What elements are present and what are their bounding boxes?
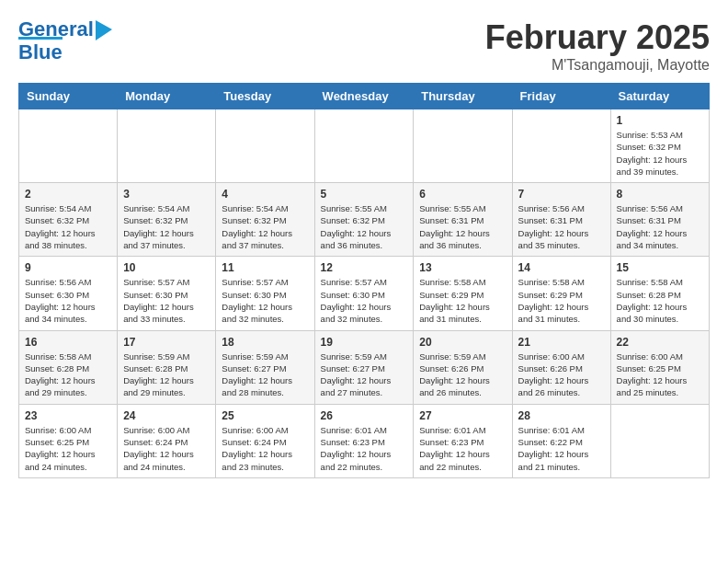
day-info: Sunrise: 6:01 AM Sunset: 6:23 PM Dayligh… (419, 424, 506, 473)
day-info: Sunrise: 5:57 AM Sunset: 6:30 PM Dayligh… (321, 276, 408, 325)
calendar-cell (512, 109, 610, 183)
calendar-cell: 7Sunrise: 5:56 AM Sunset: 6:31 PM Daylig… (512, 183, 610, 257)
day-number: 22 (617, 336, 703, 349)
day-number: 9 (25, 261, 111, 274)
calendar-cell: 8Sunrise: 5:56 AM Sunset: 6:31 PM Daylig… (610, 183, 709, 257)
logo: General Blue (18, 18, 112, 63)
calendar-header-friday: Friday (512, 84, 610, 109)
day-number: 17 (123, 336, 210, 349)
calendar-header-wednesday: Wednesday (314, 84, 414, 109)
calendar-cell: 16Sunrise: 5:58 AM Sunset: 6:28 PM Dayli… (19, 330, 118, 404)
logo-blue-text: Blue (18, 37, 63, 63)
calendar-cell: 23Sunrise: 6:00 AM Sunset: 6:25 PM Dayli… (19, 404, 118, 477)
calendar-cell: 27Sunrise: 6:01 AM Sunset: 6:23 PM Dayli… (414, 404, 512, 477)
day-info: Sunrise: 5:55 AM Sunset: 6:32 PM Dayligh… (321, 202, 408, 251)
calendar-cell: 26Sunrise: 6:01 AM Sunset: 6:23 PM Dayli… (314, 404, 414, 477)
calendar-header-monday: Monday (118, 84, 216, 109)
day-info: Sunrise: 5:58 AM Sunset: 6:29 PM Dayligh… (518, 276, 605, 325)
calendar-cell (414, 109, 512, 183)
title-area: February 2025 M'Tsangamouji, Mayotte (485, 18, 710, 74)
day-number: 15 (617, 261, 703, 274)
day-info: Sunrise: 5:54 AM Sunset: 6:32 PM Dayligh… (222, 202, 308, 251)
day-number: 5 (321, 188, 408, 201)
day-number: 26 (321, 409, 408, 422)
calendar-cell: 20Sunrise: 5:59 AM Sunset: 6:26 PM Dayli… (414, 330, 512, 404)
day-info: Sunrise: 5:58 AM Sunset: 6:29 PM Dayligh… (419, 276, 506, 325)
calendar-cell: 25Sunrise: 6:00 AM Sunset: 6:24 PM Dayli… (216, 404, 314, 477)
calendar-cell: 15Sunrise: 5:58 AM Sunset: 6:28 PM Dayli… (610, 257, 709, 330)
calendar-cell (610, 404, 709, 477)
day-info: Sunrise: 6:01 AM Sunset: 6:22 PM Dayligh… (518, 424, 605, 473)
day-number: 27 (419, 409, 506, 422)
calendar-header-saturday: Saturday (610, 84, 709, 109)
day-info: Sunrise: 5:59 AM Sunset: 6:26 PM Dayligh… (419, 350, 506, 399)
calendar-week-row: 23Sunrise: 6:00 AM Sunset: 6:25 PM Dayli… (19, 404, 710, 477)
day-number: 16 (25, 336, 111, 349)
calendar-cell: 1Sunrise: 5:53 AM Sunset: 6:32 PM Daylig… (610, 109, 709, 183)
calendar-header-sunday: Sunday (19, 84, 118, 109)
day-number: 18 (222, 336, 308, 349)
day-info: Sunrise: 5:59 AM Sunset: 6:27 PM Dayligh… (222, 350, 308, 399)
day-info: Sunrise: 5:57 AM Sunset: 6:30 PM Dayligh… (123, 276, 210, 325)
calendar-cell: 3Sunrise: 5:54 AM Sunset: 6:32 PM Daylig… (118, 183, 216, 257)
calendar-cell: 22Sunrise: 6:00 AM Sunset: 6:25 PM Dayli… (610, 330, 709, 404)
calendar-cell: 18Sunrise: 5:59 AM Sunset: 6:27 PM Dayli… (216, 330, 314, 404)
header: General Blue February 2025 M'Tsangamouji… (18, 18, 710, 74)
calendar-cell (216, 109, 314, 183)
day-number: 1 (617, 114, 703, 127)
day-number: 25 (222, 409, 308, 422)
calendar-cell: 19Sunrise: 5:59 AM Sunset: 6:27 PM Dayli… (314, 330, 414, 404)
day-info: Sunrise: 5:56 AM Sunset: 6:30 PM Dayligh… (25, 276, 111, 325)
day-number: 23 (25, 409, 111, 422)
day-number: 28 (518, 409, 605, 422)
day-number: 4 (222, 188, 308, 201)
calendar-header-thursday: Thursday (414, 84, 512, 109)
calendar-cell: 21Sunrise: 6:00 AM Sunset: 6:26 PM Dayli… (512, 330, 610, 404)
month-title: February 2025 (485, 18, 710, 57)
calendar-cell: 5Sunrise: 5:55 AM Sunset: 6:32 PM Daylig… (314, 183, 414, 257)
day-number: 2 (25, 188, 111, 201)
calendar-week-row: 2Sunrise: 5:54 AM Sunset: 6:32 PM Daylig… (19, 183, 710, 257)
day-info: Sunrise: 5:56 AM Sunset: 6:31 PM Dayligh… (518, 202, 605, 251)
calendar-header-row: SundayMondayTuesdayWednesdayThursdayFrid… (19, 84, 710, 109)
day-number: 19 (321, 336, 408, 349)
day-info: Sunrise: 6:00 AM Sunset: 6:25 PM Dayligh… (25, 424, 111, 473)
calendar-week-row: 16Sunrise: 5:58 AM Sunset: 6:28 PM Dayli… (19, 330, 710, 404)
calendar-cell: 24Sunrise: 6:00 AM Sunset: 6:24 PM Dayli… (118, 404, 216, 477)
calendar-week-row: 9Sunrise: 5:56 AM Sunset: 6:30 PM Daylig… (19, 257, 710, 330)
calendar-cell: 13Sunrise: 5:58 AM Sunset: 6:29 PM Dayli… (414, 257, 512, 330)
calendar-cell: 17Sunrise: 5:59 AM Sunset: 6:28 PM Dayli… (118, 330, 216, 404)
calendar-cell (118, 109, 216, 183)
day-info: Sunrise: 6:00 AM Sunset: 6:26 PM Dayligh… (518, 350, 605, 399)
calendar-cell: 28Sunrise: 6:01 AM Sunset: 6:22 PM Dayli… (512, 404, 610, 477)
day-number: 21 (518, 336, 605, 349)
day-number: 24 (123, 409, 210, 422)
logo-arrow-icon (96, 20, 112, 40)
day-number: 6 (419, 188, 506, 201)
day-number: 11 (222, 261, 308, 274)
calendar-cell: 2Sunrise: 5:54 AM Sunset: 6:32 PM Daylig… (19, 183, 118, 257)
day-info: Sunrise: 5:59 AM Sunset: 6:27 PM Dayligh… (321, 350, 408, 399)
day-number: 20 (419, 336, 506, 349)
calendar-cell: 10Sunrise: 5:57 AM Sunset: 6:30 PM Dayli… (118, 257, 216, 330)
calendar-cell: 12Sunrise: 5:57 AM Sunset: 6:30 PM Dayli… (314, 257, 414, 330)
calendar-week-row: 1Sunrise: 5:53 AM Sunset: 6:32 PM Daylig… (19, 109, 710, 183)
day-info: Sunrise: 6:00 AM Sunset: 6:24 PM Dayligh… (222, 424, 308, 473)
calendar: SundayMondayTuesdayWednesdayThursdayFrid… (18, 83, 710, 478)
day-info: Sunrise: 5:58 AM Sunset: 6:28 PM Dayligh… (617, 276, 703, 325)
day-number: 8 (617, 188, 703, 201)
day-info: Sunrise: 5:54 AM Sunset: 6:32 PM Dayligh… (123, 202, 210, 251)
day-number: 10 (123, 261, 210, 274)
day-info: Sunrise: 5:56 AM Sunset: 6:31 PM Dayligh… (617, 202, 703, 251)
day-info: Sunrise: 5:59 AM Sunset: 6:28 PM Dayligh… (123, 350, 210, 399)
day-info: Sunrise: 6:00 AM Sunset: 6:25 PM Dayligh… (617, 350, 703, 399)
day-number: 13 (419, 261, 506, 274)
day-info: Sunrise: 5:58 AM Sunset: 6:28 PM Dayligh… (25, 350, 111, 399)
day-info: Sunrise: 6:01 AM Sunset: 6:23 PM Dayligh… (321, 424, 408, 473)
calendar-cell: 4Sunrise: 5:54 AM Sunset: 6:32 PM Daylig… (216, 183, 314, 257)
calendar-cell: 14Sunrise: 5:58 AM Sunset: 6:29 PM Dayli… (512, 257, 610, 330)
calendar-cell: 9Sunrise: 5:56 AM Sunset: 6:30 PM Daylig… (19, 257, 118, 330)
svg-marker-0 (96, 20, 112, 40)
calendar-cell: 11Sunrise: 5:57 AM Sunset: 6:30 PM Dayli… (216, 257, 314, 330)
calendar-cell: 6Sunrise: 5:55 AM Sunset: 6:31 PM Daylig… (414, 183, 512, 257)
